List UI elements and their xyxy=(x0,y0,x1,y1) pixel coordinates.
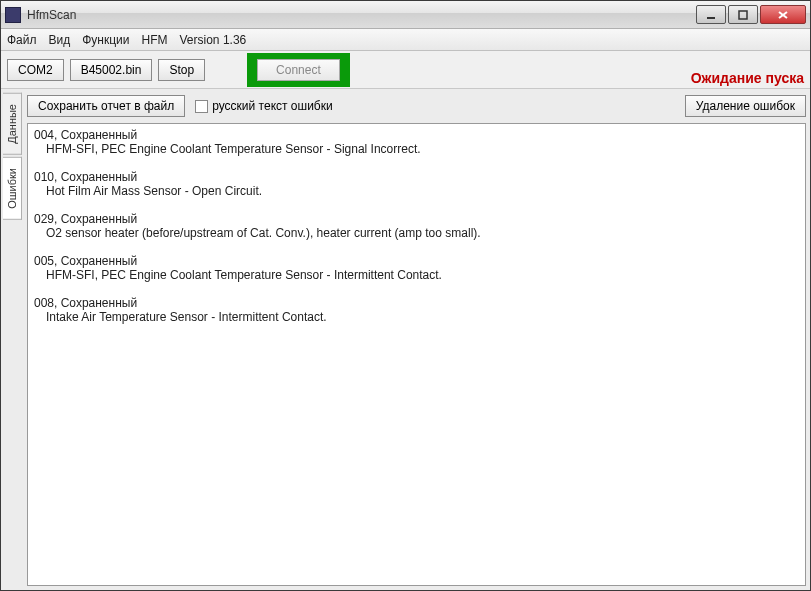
app-icon xyxy=(5,7,21,23)
delete-errors-button[interactable]: Удаление ошибок xyxy=(685,95,806,117)
status-text: Ожидание пуска xyxy=(691,70,804,86)
error-desc: HFM-SFI, PEC Engine Coolant Temperature … xyxy=(34,268,799,282)
checkbox-icon xyxy=(195,100,208,113)
error-entry: 029, Сохраненный O2 sensor heater (befor… xyxy=(34,212,799,240)
error-entry: 010, Сохраненный Hot Film Air Mass Senso… xyxy=(34,170,799,198)
error-desc: Hot Film Air Mass Sensor - Open Circuit. xyxy=(34,184,799,198)
menu-view[interactable]: Вид xyxy=(49,33,71,47)
error-desc: Intake Air Temperature Sensor - Intermit… xyxy=(34,310,799,324)
error-desc: O2 sensor heater (before/upstream of Cat… xyxy=(34,226,799,240)
com-port-button[interactable]: COM2 xyxy=(7,59,64,81)
app-window: HfmScan Файл Вид Функции HFM Version 1.3… xyxy=(0,0,811,591)
error-head: 029, Сохраненный xyxy=(34,212,799,226)
stop-button[interactable]: Stop xyxy=(158,59,205,81)
menu-version[interactable]: Version 1.36 xyxy=(180,33,247,47)
menu-hfm[interactable]: HFM xyxy=(142,33,168,47)
toolbar: COM2 B45002.bin Stop Connect Ожидание пу… xyxy=(1,51,810,89)
titlebar: HfmScan xyxy=(1,1,810,29)
error-entry: 005, Сохраненный HFM-SFI, PEC Engine Coo… xyxy=(34,254,799,282)
error-desc: HFM-SFI, PEC Engine Coolant Temperature … xyxy=(34,142,799,156)
tab-data[interactable]: Данные xyxy=(3,93,22,155)
connect-button[interactable]: Connect xyxy=(257,59,340,81)
bin-file-button[interactable]: B45002.bin xyxy=(70,59,153,81)
error-entry: 008, Сохраненный Intake Air Temperature … xyxy=(34,296,799,324)
window-title: HfmScan xyxy=(27,8,694,22)
maximize-button[interactable] xyxy=(728,5,758,24)
error-head: 005, Сохраненный xyxy=(34,254,799,268)
main-pane: Сохранить отчет в файл русский текст оши… xyxy=(23,89,810,590)
vertical-tabs: Данные Ошибки xyxy=(1,89,23,590)
client-area: Данные Ошибки Сохранить отчет в файл рус… xyxy=(1,89,810,590)
menu-file[interactable]: Файл xyxy=(7,33,37,47)
minimize-button[interactable] xyxy=(696,5,726,24)
error-head: 010, Сохраненный xyxy=(34,170,799,184)
tool-row: Сохранить отчет в файл русский текст оши… xyxy=(27,93,806,119)
error-head: 008, Сохраненный xyxy=(34,296,799,310)
error-entry: 004, Сохраненный HFM-SFI, PEC Engine Coo… xyxy=(34,128,799,156)
menubar: Файл Вид Функции HFM Version 1.36 xyxy=(1,29,810,51)
menu-functions[interactable]: Функции xyxy=(82,33,129,47)
svg-rect-1 xyxy=(739,11,747,19)
connect-highlight: Connect xyxy=(247,53,350,87)
russian-text-checkbox[interactable]: русский текст ошибки xyxy=(195,99,332,113)
tab-errors[interactable]: Ошибки xyxy=(3,157,22,220)
checkbox-label: русский текст ошибки xyxy=(212,99,332,113)
error-head: 004, Сохраненный xyxy=(34,128,799,142)
error-list[interactable]: 004, Сохраненный HFM-SFI, PEC Engine Coo… xyxy=(27,123,806,586)
save-report-button[interactable]: Сохранить отчет в файл xyxy=(27,95,185,117)
close-button[interactable] xyxy=(760,5,806,24)
